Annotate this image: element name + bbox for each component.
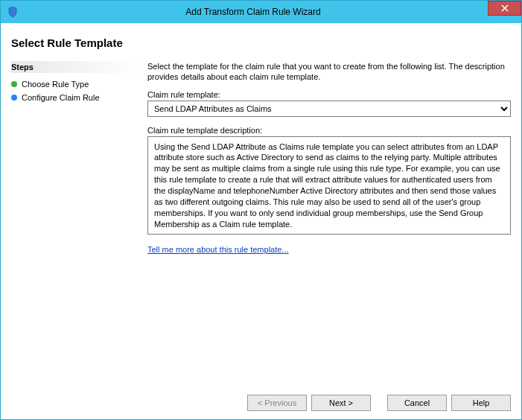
wizard-body: Steps Choose Rule Type Configure Claim R… xyxy=(1,58,521,386)
page-header: Select Rule Template xyxy=(1,23,521,58)
wizard-footer: < Previous Next > Cancel Help xyxy=(1,386,521,419)
step-label: Choose Rule Type xyxy=(22,80,89,89)
step-bullet-icon xyxy=(11,81,17,87)
step-label: Configure Claim Rule xyxy=(22,93,100,102)
learn-more-link[interactable]: Tell me more about this rule template... xyxy=(147,245,289,254)
page-title: Select Rule Template xyxy=(11,36,521,49)
close-icon xyxy=(501,4,509,12)
claim-rule-template-select[interactable]: Send LDAP Attributes as Claims xyxy=(147,101,511,117)
steps-panel: Steps Choose Rule Type Configure Claim R… xyxy=(11,58,141,386)
wizard-window: Add Transform Claim Rule Wizard Select R… xyxy=(0,0,522,420)
help-button[interactable]: Help xyxy=(451,395,511,411)
template-description-text: Using the Send LDAP Attribute as Claims … xyxy=(154,142,500,229)
step-choose-rule-type[interactable]: Choose Rule Type xyxy=(11,77,141,91)
cancel-button[interactable]: Cancel xyxy=(387,395,447,411)
template-description-box: Using the Send LDAP Attribute as Claims … xyxy=(147,136,511,235)
close-button[interactable] xyxy=(488,1,521,16)
template-label: Claim rule template: xyxy=(147,90,511,99)
description-label: Claim rule template description: xyxy=(147,126,511,135)
app-icon xyxy=(7,6,19,18)
next-button[interactable]: Next > xyxy=(311,395,371,411)
steps-header: Steps xyxy=(11,61,141,73)
content-panel: Select the template for the claim rule t… xyxy=(141,58,511,386)
titlebar: Add Transform Claim Rule Wizard xyxy=(1,1,521,23)
step-configure-claim-rule[interactable]: Configure Claim Rule xyxy=(11,91,141,104)
previous-button: < Previous xyxy=(247,395,307,411)
window-title: Add Transform Claim Rule Wizard xyxy=(19,7,488,17)
instruction-text: Select the template for the claim rule t… xyxy=(147,61,511,83)
step-bullet-icon xyxy=(11,95,17,101)
